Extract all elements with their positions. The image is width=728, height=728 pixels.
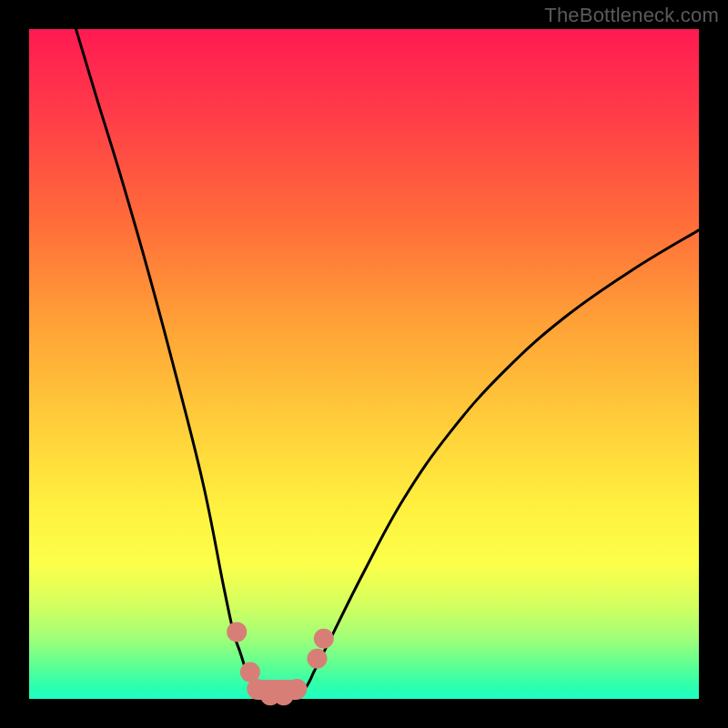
chart-frame: TheBottleneck.com — [0, 0, 728, 728]
bottleneck-curve — [76, 29, 700, 698]
curve-svg — [29, 29, 699, 699]
plot-area — [29, 29, 699, 699]
trough-marker — [287, 679, 307, 699]
trough-marker — [314, 629, 334, 649]
trough-marker — [227, 622, 247, 642]
watermark-text: TheBottleneck.com — [544, 4, 719, 27]
trough-marker — [308, 649, 328, 669]
